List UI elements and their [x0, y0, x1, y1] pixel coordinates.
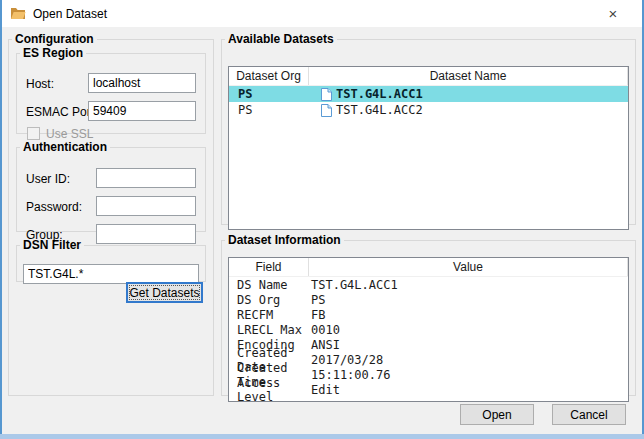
- esmac-port-input[interactable]: [88, 101, 196, 121]
- available-datasets-title: Available Datasets: [225, 32, 337, 46]
- dsn-filter-group: DSN Filter: [16, 238, 206, 282]
- configuration-title: Configuration: [12, 32, 97, 46]
- password-label: Password:: [26, 200, 82, 214]
- dataset-information-title: Dataset Information: [225, 233, 344, 247]
- info-value: Edit: [309, 383, 628, 397]
- column-header-value[interactable]: Value: [309, 258, 628, 276]
- dataset-name: TST.G4L.ACC1: [336, 87, 423, 101]
- esmac-port-label: ESMAC Port:: [26, 105, 97, 119]
- close-icon[interactable]: ×: [596, 2, 630, 25]
- user-id-label: User ID:: [26, 172, 70, 186]
- window-border-left: [0, 0, 2, 439]
- info-value: 2017/03/28: [309, 353, 628, 367]
- document-icon: [321, 88, 332, 101]
- es-region-group: ES Region Host: ESMAC Port: Use SSL: [16, 46, 206, 134]
- dataset-information-list: Field Value DS Name TST.G4L.ACC1 DS Org …: [228, 257, 629, 402]
- host-input[interactable]: [88, 73, 196, 93]
- authentication-title: Authentication: [20, 140, 110, 154]
- dataset-information-header: Field Value: [229, 258, 628, 277]
- info-value: TST.G4L.ACC1: [309, 278, 628, 292]
- use-ssl-label: Use SSL: [46, 127, 93, 141]
- info-value: PS: [309, 293, 628, 307]
- use-ssl-checkbox: [27, 127, 40, 140]
- info-field: RECFM: [229, 308, 309, 322]
- open-dataset-dialog: Open Dataset × Configuration ES Region H…: [0, 0, 644, 439]
- window-title: Open Dataset: [33, 7, 107, 21]
- info-field: DS Name: [229, 278, 309, 292]
- dataset-information-group: Dataset Information Field Value DS Name …: [221, 233, 636, 396]
- dsn-filter-input[interactable]: [23, 264, 199, 284]
- info-value: FB: [309, 308, 628, 322]
- folder-open-icon: [10, 5, 26, 21]
- available-datasets-list: Dataset Org Dataset Name PS TST.G4L.ACC1…: [228, 66, 629, 230]
- dsn-filter-title: DSN Filter: [20, 238, 84, 252]
- get-datasets-button[interactable]: Get Datasets: [126, 282, 203, 303]
- dataset-org: PS: [229, 87, 309, 101]
- info-field: DS Org: [229, 293, 309, 307]
- info-row-ds-org: DS Org PS: [229, 292, 628, 307]
- info-value: 15:11:00.76: [309, 368, 628, 382]
- info-value: 0010: [309, 323, 628, 337]
- document-icon: [321, 104, 332, 117]
- dataset-row-acc2[interactable]: PS TST.G4L.ACC2: [229, 102, 628, 118]
- column-header-dataset-org[interactable]: Dataset Org: [229, 67, 309, 85]
- dataset-row-acc1[interactable]: PS TST.G4L.ACC1: [229, 86, 628, 102]
- column-header-dataset-name[interactable]: Dataset Name: [309, 67, 628, 85]
- info-value: ANSI: [309, 338, 628, 352]
- info-row-recfm: RECFM FB: [229, 307, 628, 322]
- dataset-name: TST.G4L.ACC2: [336, 103, 423, 117]
- open-button[interactable]: Open: [460, 404, 534, 425]
- es-region-title: ES Region: [20, 46, 86, 60]
- info-row-lrecl-max: LRECL Max 0010: [229, 322, 628, 337]
- info-field: LRECL Max: [229, 323, 309, 337]
- info-field: Access Level: [229, 376, 309, 403]
- info-row-access-level: Access Level Edit: [229, 382, 628, 397]
- available-datasets-header: Dataset Org Dataset Name: [229, 67, 628, 86]
- title-bar: Open Dataset ×: [2, 0, 642, 27]
- window-border-bottom: [0, 434, 644, 439]
- password-input[interactable]: [96, 196, 196, 216]
- user-id-input[interactable]: [96, 168, 196, 188]
- column-header-field[interactable]: Field: [229, 258, 309, 276]
- host-label: Host:: [26, 77, 54, 91]
- available-datasets-group: Available Datasets Dataset Org Dataset N…: [221, 32, 636, 225]
- authentication-group: Authentication User ID: Password: Group:: [16, 140, 206, 232]
- info-row-ds-name: DS Name TST.G4L.ACC1: [229, 277, 628, 292]
- dataset-org: PS: [229, 103, 309, 117]
- cancel-button[interactable]: Cancel: [552, 404, 626, 425]
